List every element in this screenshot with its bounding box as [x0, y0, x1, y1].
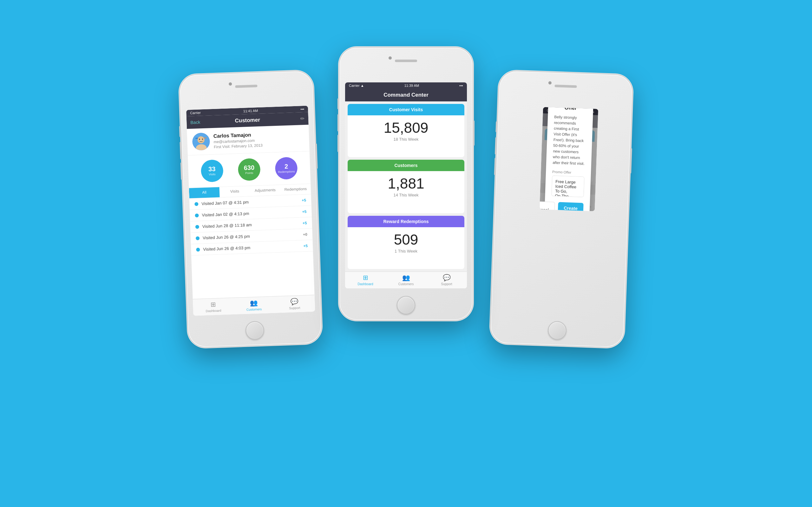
status-bar-center: Carrier ▲ 11:39 AM ▪▪▪	[345, 82, 467, 89]
nav-bar-center: Command Center	[345, 89, 467, 101]
activity-dot	[195, 213, 199, 217]
tab-bar-dashboard-center[interactable]: ⊞ Dashboard	[345, 274, 386, 286]
activity-text: Visited Jun 26 @ 4:25 pm	[203, 232, 300, 240]
time-center: 11:39 AM	[404, 83, 419, 88]
points-stat: 630 Points	[238, 158, 260, 181]
speaker-left	[235, 84, 257, 88]
metric-card-visits: Customer Visits 15,809 18 This Week	[348, 104, 464, 157]
nav-title-left: Customer	[235, 117, 260, 124]
carrier-left: Carrier	[190, 111, 201, 115]
activity-dot	[195, 225, 199, 228]
metric-sub-customers: 14 This Week	[353, 193, 459, 198]
activity-list: Visited Jan 07 @ 4:31 pm +5 Visited Jan …	[189, 194, 315, 299]
redemptions-stat: 2 Redemptions	[275, 157, 298, 180]
points-number: 630	[244, 164, 254, 171]
power-button-right	[629, 148, 632, 173]
activity-text: Visited Jun 28 @ 11:18 am	[202, 221, 300, 229]
speaker-right	[554, 84, 577, 88]
modal-body: Belly strongly recommends creating a Fir…	[553, 114, 587, 166]
screen-center: Carrier ▲ 11:39 AM ▪▪▪ Command Center Cu…	[345, 82, 467, 288]
metric-header-redemptions: Reward Redemptions	[348, 216, 464, 227]
svg-rect-6	[195, 138, 198, 139]
speaker-center	[395, 60, 417, 62]
svg-rect-7	[204, 137, 206, 138]
activity-dot	[194, 202, 198, 206]
edit-icon[interactable]: ✏	[300, 115, 305, 121]
metric-card-redemptions: Reward Redemptions 509 1 This Week	[348, 216, 464, 269]
metric-body-redemptions: 509 1 This Week	[348, 227, 464, 259]
customer-info: Carlos Tamajon me@carlostamajon.com Firs…	[213, 131, 263, 149]
tab-label-customers-center: Customers	[398, 282, 414, 286]
tab-visits[interactable]: Visits	[219, 186, 250, 197]
cancel-button[interactable]: Cancel	[540, 201, 555, 211]
volume-up-button	[180, 142, 182, 159]
activity-text: Visited Jun 26 @ 4:03 pm	[203, 244, 300, 252]
activity-text: Visited Jan 02 @ 4:13 pm	[202, 210, 299, 218]
promo-textarea[interactable]: Free Large Iced Coffee To Go, On The Hou…	[552, 176, 585, 198]
customer-content: Carlos Tamajon me@carlostamajon.com Firs…	[187, 124, 315, 316]
tab-redemptions[interactable]: Redemptions	[280, 184, 311, 195]
avatar	[192, 132, 210, 151]
nav-title-center: Command Center	[384, 92, 428, 98]
metric-number-redemptions: 509	[353, 232, 459, 247]
tab-adjustments[interactable]: Adjustments	[250, 185, 281, 196]
dashboard-icon-center: ⊞	[363, 274, 368, 281]
visits-number: 33	[208, 166, 216, 172]
activity-text: Visited Jan 07 @ 4:31 pm	[201, 198, 299, 206]
points-label: Points	[245, 171, 253, 175]
customer-first-visit: First Visit: February 13, 2013	[214, 143, 263, 149]
metric-number-visits: 15,809	[353, 120, 459, 135]
customers-icon: 👥	[250, 299, 258, 307]
support-icon-center: 💬	[443, 274, 451, 281]
metric-header-visits: Customer Visits	[348, 104, 464, 115]
camera-right	[548, 81, 552, 84]
battery-center: ▪▪▪	[459, 83, 463, 88]
metric-card-customers: Customers 1,881 14 This Week	[348, 160, 464, 213]
tab-label-support: Support	[289, 306, 300, 310]
camera-center	[389, 56, 392, 60]
phone-center: Carrier ▲ 11:39 AM ▪▪▪ Command Center Cu…	[339, 48, 473, 320]
phone-right: Carrier ▲ 11:35 AM ▪▪▪ Command Center Cu…	[490, 71, 633, 348]
back-button[interactable]: Back	[190, 119, 200, 125]
volume-up-center	[338, 114, 339, 131]
screen-left: Carrier 11:41 AM ▪▪▪ Back Customer ✏	[186, 106, 315, 316]
metric-body-visits: 15,809 18 This Week	[348, 115, 464, 147]
tab-label-customers: Customers	[247, 307, 262, 312]
tab-label-dashboard: Dashboard	[206, 308, 221, 313]
volume-up-right	[495, 137, 497, 155]
modal-box: First Visit Offer Belly strongly recomme…	[544, 107, 594, 211]
home-button-left[interactable]	[245, 321, 264, 340]
carrier-center: Carrier ▲	[349, 83, 364, 88]
tab-bar-customers-center[interactable]: 👥 Customers	[386, 274, 426, 286]
time-left: 11:41 AM	[243, 109, 258, 113]
customers-icon-center: 👥	[402, 274, 410, 281]
redemptions-number: 2	[285, 163, 288, 170]
activity-dot	[196, 236, 200, 240]
home-button-center[interactable]	[397, 296, 415, 314]
customer-profile: Carlos Tamajon me@carlostamajon.com Firs…	[187, 124, 310, 155]
battery-left: ▪▪▪	[300, 107, 304, 111]
modal-buttons: Cancel Create Offer	[551, 202, 583, 211]
metric-number-customers: 1,881	[353, 176, 459, 191]
activity-badge: +5	[302, 198, 306, 202]
volume-mute-button	[179, 126, 181, 137]
modal-title: First Visit Offer	[554, 107, 587, 112]
customer-stats: 33 Visits 630 Points 2 Redemptions	[188, 151, 310, 188]
home-button-right[interactable]	[548, 321, 567, 340]
tab-bar-dashboard[interactable]: ⊞ Dashboard	[193, 300, 234, 313]
command-content: Customer Visits 15,809 18 This Week Cust…	[345, 101, 467, 272]
tab-bar-support[interactable]: 💬 Support	[274, 297, 315, 310]
phone-left: Carrier 11:41 AM ▪▪▪ Back Customer ✏	[179, 71, 322, 348]
create-offer-button[interactable]: Create Offer	[558, 202, 583, 211]
phones-container: Carrier 11:41 AM ▪▪▪ Back Customer ✏	[184, 48, 628, 459]
power-button-center	[473, 120, 474, 146]
activity-badge: +0	[303, 232, 307, 236]
tab-bar-support-center[interactable]: 💬 Support	[426, 274, 467, 286]
metric-sub-visits: 18 This Week	[353, 137, 459, 142]
activity-badge: +5	[302, 209, 306, 214]
activity-dot	[196, 247, 200, 251]
screen-right: Carrier ▲ 11:35 AM ▪▪▪ Command Center Cu…	[540, 107, 598, 211]
tab-bar-customers[interactable]: 👥 Customers	[234, 298, 274, 312]
tab-all[interactable]: All	[189, 187, 220, 198]
metric-body-customers: 1,881 14 This Week	[348, 171, 464, 203]
